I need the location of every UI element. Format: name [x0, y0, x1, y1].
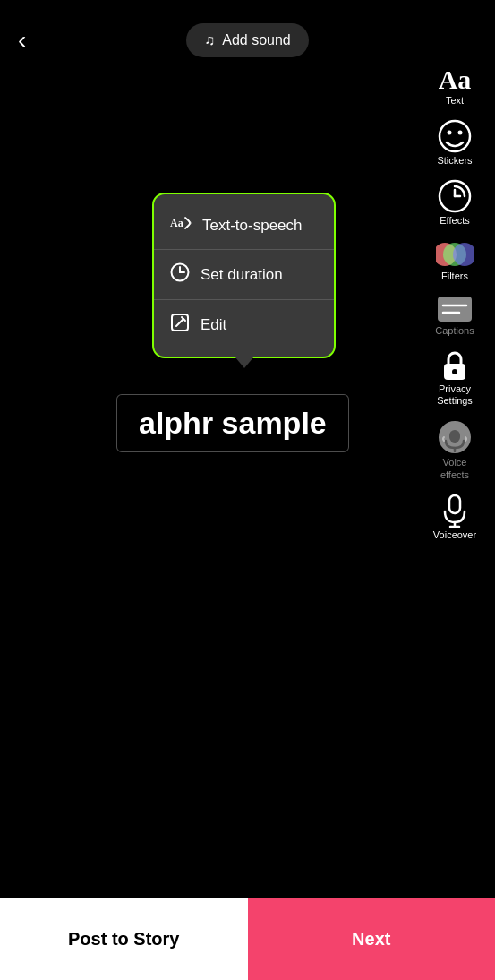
captions-icon [436, 295, 474, 323]
toolbar-item-voice-effects[interactable]: Voiceeffects [423, 416, 486, 484]
voiceover-icon [441, 494, 468, 528]
context-menu-set-duration[interactable]: Set duration [154, 250, 334, 300]
context-menu: Aa Text-to-speech Set duration Edit [152, 193, 336, 358]
edit-label: Edit [201, 316, 226, 334]
svg-line-23 [176, 319, 183, 326]
post-to-story-button[interactable]: Post to Story [0, 898, 248, 980]
header: ‹ ♫ Add sound [0, 0, 495, 81]
text-to-speech-label: Text-to-speech [202, 217, 303, 235]
back-button[interactable]: ‹ [18, 28, 26, 53]
toolbar-item-effects[interactable]: Effects [423, 176, 486, 230]
context-menu-edit[interactable]: Edit [154, 300, 334, 349]
svg-rect-13 [449, 430, 460, 443]
privacy-icon [440, 349, 469, 382]
toolbar-item-text[interactable]: Aa Text [423, 63, 486, 110]
right-toolbar: Aa Text Stickers Effects [423, 63, 486, 545]
context-menu-text-to-speech[interactable]: Aa Text-to-speech [154, 202, 334, 250]
toolbar-effects-label: Effects [440, 215, 469, 227]
filters-icon [436, 240, 474, 269]
add-sound-button[interactable]: ♫ Add sound [186, 23, 309, 57]
toolbar-voiceover-label: Voiceover [433, 529, 476, 541]
svg-rect-15 [449, 495, 460, 513]
svg-point-2 [458, 131, 463, 135]
edit-icon [170, 313, 190, 337]
toolbar-item-filters[interactable]: Filters [423, 236, 486, 286]
text-overlay[interactable]: alphr sample [116, 394, 349, 452]
music-icon: ♫ [204, 32, 215, 48]
svg-text:Aa: Aa [170, 217, 183, 229]
toolbar-item-captions[interactable]: Captions [423, 291, 486, 340]
toolbar-filters-label: Filters [441, 271, 468, 282]
bottom-bar: Post to Story Next [0, 898, 495, 980]
add-sound-label: Add sound [222, 32, 291, 48]
toolbar-text-label: Text [446, 95, 464, 107]
stickers-icon [438, 119, 472, 153]
toolbar-voice-label: Voiceeffects [440, 457, 469, 480]
set-duration-icon [170, 262, 190, 287]
toolbar-privacy-label: Privacy Settings [427, 383, 482, 407]
text-to-speech-icon: Aa [170, 214, 192, 236]
text-overlay-content: alphr sample [139, 406, 327, 440]
toolbar-item-voiceover[interactable]: Voiceover [423, 490, 486, 545]
toolbar-item-privacy[interactable]: Privacy Settings [423, 346, 486, 410]
toolbar-captions-label: Captions [435, 325, 474, 337]
toolbar-item-stickers[interactable]: Stickers [423, 116, 486, 170]
svg-point-1 [448, 131, 452, 135]
next-button[interactable]: Next [248, 898, 496, 980]
svg-point-11 [452, 369, 457, 374]
voice-effects-icon [437, 419, 473, 455]
text-icon: Aa [439, 66, 472, 93]
toolbar-stickers-label: Stickers [437, 155, 472, 167]
effects-icon [438, 179, 472, 213]
svg-rect-7 [438, 297, 472, 322]
set-duration-label: Set duration [201, 266, 283, 284]
